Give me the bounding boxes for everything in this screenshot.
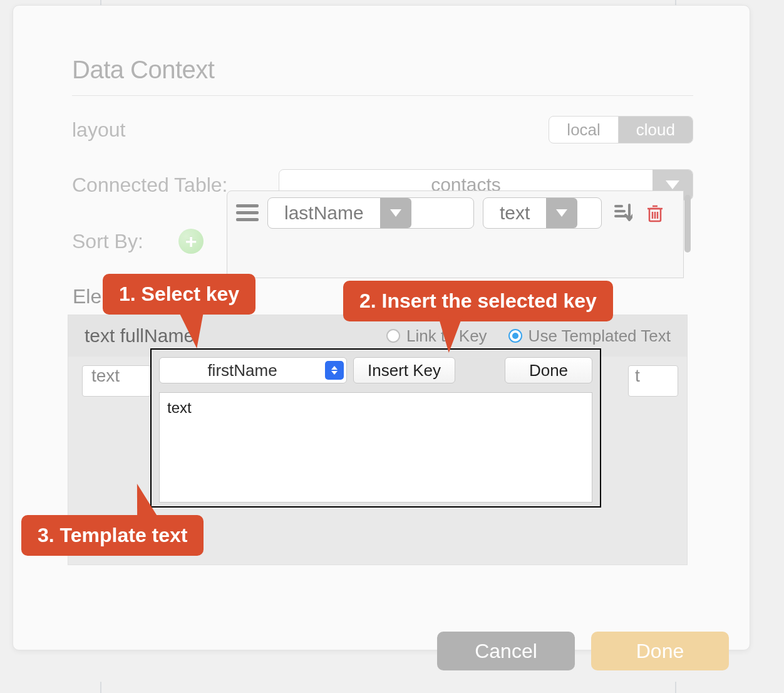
element-mode-radio-group: Link to Key Use Templated Text <box>386 326 671 346</box>
layout-row: layout local cloud <box>72 111 693 148</box>
layout-segmented-control[interactable]: local cloud <box>549 116 693 143</box>
updown-caret-icon <box>325 361 344 380</box>
scrollbar-thumb[interactable] <box>684 195 691 253</box>
page-title: Data Context <box>72 56 693 84</box>
sort-criteria-block: lastName text <box>227 190 684 278</box>
chevron-down-icon <box>380 198 411 228</box>
radio-templated-text[interactable]: Use Templated Text <box>508 326 671 346</box>
sort-field-value: lastName <box>268 202 380 224</box>
key-select-value: firstName <box>160 361 325 380</box>
segment-cloud[interactable]: cloud <box>618 117 693 143</box>
outer-frame-hint-bottom <box>100 682 676 693</box>
key-select[interactable]: firstName <box>159 357 347 383</box>
delete-sort-button[interactable] <box>644 197 666 229</box>
callout-1-text: 1. Select key <box>119 283 239 305</box>
svg-marker-0 <box>666 180 679 189</box>
plus-icon: + <box>185 231 197 251</box>
sort-type-value: text <box>483 202 546 224</box>
callout-1: 1. Select key <box>103 274 255 315</box>
done-button[interactable]: Done <box>591 632 729 670</box>
callout-3: 3. Template text <box>21 515 204 556</box>
dialog-footer: Cancel Done <box>437 632 729 670</box>
chevron-down-icon <box>546 198 577 228</box>
drag-handle-icon[interactable] <box>236 201 259 224</box>
title-divider <box>72 95 693 96</box>
callout-3-text: 3. Template text <box>38 524 187 546</box>
root: Data Context layout local cloud Connecte… <box>0 0 784 693</box>
callout-2-text: 2. Insert the selected key <box>359 289 597 312</box>
radio-dot <box>508 329 522 343</box>
insert-key-button[interactable]: Insert Key <box>353 357 455 383</box>
svg-marker-2 <box>556 209 567 217</box>
template-textarea[interactable]: text <box>159 392 592 503</box>
svg-marker-1 <box>390 209 401 217</box>
elements-label-partial: Ele <box>73 285 101 308</box>
sort-direction-icon[interactable] <box>611 197 636 229</box>
radio-dot <box>386 329 400 343</box>
popup-done-button[interactable]: Done <box>505 357 592 383</box>
cancel-button[interactable]: Cancel <box>437 632 575 670</box>
layout-label: layout <box>72 118 125 142</box>
sort-by-label: Sort By: <box>72 230 160 253</box>
sort-type-select[interactable]: text <box>483 197 602 229</box>
add-sort-button[interactable]: + <box>178 229 204 254</box>
radio-templated-label: Use Templated Text <box>529 326 671 346</box>
segment-local[interactable]: local <box>549 117 617 143</box>
element-text-input-right[interactable]: t <box>628 365 678 397</box>
outer-frame-hint-top <box>100 0 676 5</box>
callout-2: 2. Insert the selected key <box>343 281 613 321</box>
element-row-label: text fullName <box>85 325 194 346</box>
sort-field-select[interactable]: lastName <box>267 197 474 229</box>
template-popup-topbar: firstName Insert Key Done <box>159 357 592 383</box>
element-text-input-left[interactable]: text <box>82 365 151 397</box>
template-text-popup: firstName Insert Key Done text <box>150 348 601 508</box>
